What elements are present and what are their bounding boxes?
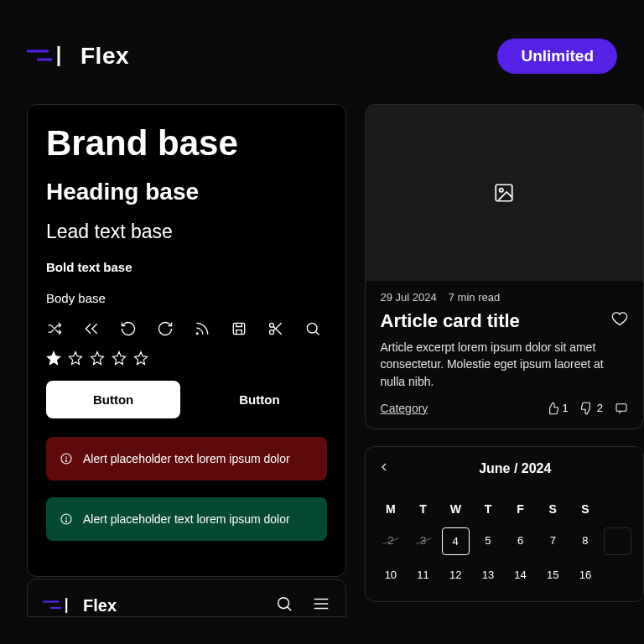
comment-button[interactable] xyxy=(615,402,628,415)
calendar-day[interactable]: 10 xyxy=(377,562,405,588)
info-icon xyxy=(60,452,73,465)
image-icon xyxy=(493,182,515,204)
calendar-day-header: T xyxy=(475,497,502,521)
star-icon xyxy=(112,351,127,366)
calendar: June / 2024 MTWTFSS234567810111213141516 xyxy=(365,446,644,602)
article-readtime: 7 min read xyxy=(449,291,500,304)
alert-text: Alert placeholder text lorem ipsum dolor xyxy=(83,452,290,465)
svg-point-7 xyxy=(307,323,317,333)
calendar-day-header: M xyxy=(377,497,405,521)
svg-rect-23 xyxy=(616,404,626,412)
unlimited-button[interactable]: Unlimited xyxy=(497,39,617,74)
rotate-ccw-icon[interactable] xyxy=(120,320,137,337)
logo-mark-icon xyxy=(27,46,72,66)
calendar-day[interactable]: 6 xyxy=(506,527,534,555)
calendar-prev[interactable] xyxy=(377,460,391,477)
star-icon xyxy=(133,351,148,366)
calendar-day[interactable]: 13 xyxy=(475,562,502,588)
save-icon[interactable] xyxy=(231,320,247,337)
rating[interactable] xyxy=(46,351,327,366)
calendar-month: June / 2024 xyxy=(399,461,631,476)
dislike-button[interactable]: 2 xyxy=(580,402,603,415)
navbar: Flex xyxy=(27,579,346,617)
calendar-day-header: T xyxy=(409,497,437,521)
rotate-cw-icon[interactable] xyxy=(157,320,174,337)
search-icon[interactable] xyxy=(304,320,321,337)
svg-point-22 xyxy=(500,189,503,192)
article-category[interactable]: Category xyxy=(381,402,428,415)
image-placeholder xyxy=(366,105,643,281)
thumbs-up-icon xyxy=(546,402,559,415)
like-button[interactable]: 1 xyxy=(546,402,569,415)
navbar-brand: Flex xyxy=(83,596,117,615)
chevron-left-icon xyxy=(377,460,391,474)
rss-icon[interactable] xyxy=(194,320,210,337)
article-date: 29 Jul 2024 xyxy=(381,291,437,304)
calendar-day[interactable]: 5 xyxy=(475,527,502,555)
svg-point-3 xyxy=(196,333,198,335)
calendar-day[interactable]: 7 xyxy=(539,527,567,555)
alert-danger: Alert placeholder text lorem ipsum dolor xyxy=(46,437,327,480)
svg-point-13 xyxy=(65,521,66,522)
like-count: 1 xyxy=(563,402,569,414)
ghost-button[interactable]: Button xyxy=(192,381,326,418)
search-icon[interactable] xyxy=(275,595,293,616)
calendar-day[interactable]: 2 xyxy=(377,527,405,555)
calendar-day[interactable]: 4 xyxy=(442,527,470,555)
menu-icon[interactable] xyxy=(312,595,330,616)
calendar-day[interactable]: 15 xyxy=(539,562,567,588)
svg-rect-21 xyxy=(496,184,513,201)
star-icon xyxy=(68,351,83,366)
calendar-day[interactable]: 11 xyxy=(409,562,437,588)
text-brand: Brand base xyxy=(46,123,327,164)
heart-icon[interactable] xyxy=(611,310,628,332)
scissors-icon[interactable] xyxy=(267,320,284,337)
shuffle-icon[interactable] xyxy=(46,320,63,337)
logo: Flex xyxy=(27,43,129,70)
svg-point-5 xyxy=(270,323,274,327)
svg-point-6 xyxy=(270,330,274,335)
calendar-day xyxy=(604,562,631,588)
typography-panel: Brand base Heading base Lead text base B… xyxy=(27,104,346,577)
comment-icon xyxy=(615,402,628,415)
calendar-day-header: W xyxy=(442,497,470,521)
calendar-day xyxy=(604,527,631,555)
article-excerpt: Article excerpt lorem ipsum dolor sit am… xyxy=(366,339,643,402)
article-title: Article card title xyxy=(381,310,520,332)
calendar-day[interactable]: 3 xyxy=(409,527,437,555)
star-icon-filled xyxy=(46,351,61,366)
text-body: Body base xyxy=(46,291,327,305)
calendar-day-header: S xyxy=(572,497,600,521)
star-icon xyxy=(90,351,105,366)
logo-mark-icon xyxy=(43,598,76,613)
calendar-day[interactable]: 16 xyxy=(572,562,600,588)
thumbs-down-icon xyxy=(580,402,594,415)
primary-button[interactable]: Button xyxy=(46,381,180,418)
alert-text: Alert placeholder text lorem ipsum dolor xyxy=(83,512,290,526)
calendar-day-header xyxy=(604,497,631,521)
alert-success: Alert placeholder text lorem ipsum dolor xyxy=(46,497,327,541)
calendar-day-header: S xyxy=(539,497,567,521)
calendar-day[interactable]: 12 xyxy=(442,562,470,588)
svg-rect-4 xyxy=(233,323,244,334)
text-lead: Lead text base xyxy=(46,221,327,243)
article-card: 29 Jul 2024 7 min read Article card titl… xyxy=(365,104,644,429)
calendar-day-header: F xyxy=(506,497,534,521)
text-heading: Heading base xyxy=(46,179,327,205)
svg-point-10 xyxy=(65,460,66,461)
info-icon xyxy=(60,512,73,526)
logo-text: Flex xyxy=(80,43,129,70)
svg-point-17 xyxy=(278,598,288,609)
rewind-icon[interactable] xyxy=(83,320,100,337)
dislike-count: 2 xyxy=(597,402,603,414)
calendar-day[interactable]: 14 xyxy=(506,562,534,588)
text-bold: Bold text base xyxy=(46,260,327,274)
calendar-day[interactable]: 8 xyxy=(572,527,600,555)
